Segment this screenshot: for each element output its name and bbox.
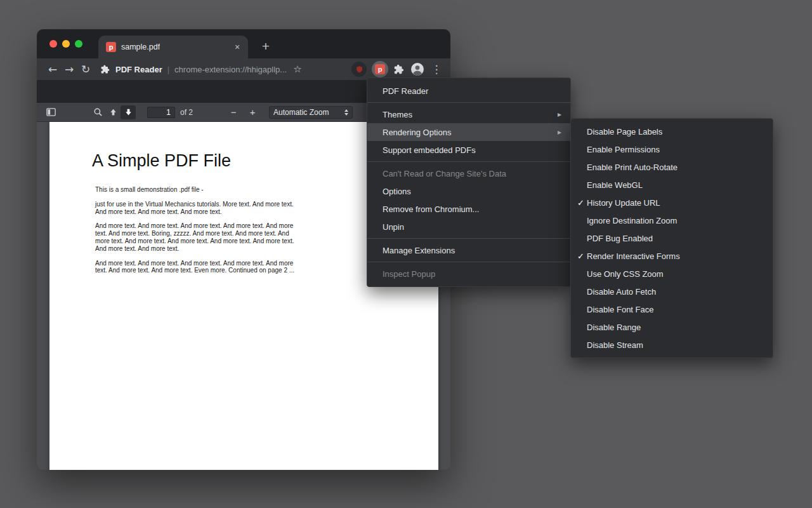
pdf-reader-badge-icon: p	[375, 64, 385, 74]
search-icon[interactable]	[90, 105, 105, 119]
sidebar-toggle-icon[interactable]	[43, 105, 58, 119]
submenu-item-history-update-url[interactable]: ✓ History Update URL	[571, 194, 773, 211]
tab-title: sample.pdf	[121, 43, 160, 51]
menu-item-themes[interactable]: Themes ▸	[367, 105, 570, 123]
menu-item-remove-from-chromium[interactable]: Remove from Chromium...	[367, 200, 570, 218]
address-url: chrome-extension://hhigapllp...	[174, 65, 287, 74]
submenu-item-disable-page-labels[interactable]: Disable Page Labels	[571, 123, 773, 140]
close-window-button[interactable]	[49, 40, 57, 48]
menu-header-pdf-reader: PDF Reader	[367, 82, 570, 100]
reload-button[interactable]: ↻	[77, 61, 94, 77]
menu-separator	[367, 161, 570, 162]
submenu-arrow-icon: ▸	[558, 128, 561, 137]
submenu-item-pdf-bug-enabled[interactable]: PDF Bug Enabled	[571, 229, 773, 247]
bookmark-star-icon[interactable]: ☆	[293, 64, 301, 75]
back-button[interactable]: ←	[44, 61, 61, 77]
extensions-puzzle-button[interactable]	[393, 64, 405, 75]
submenu-item-ignore-destination-zoom[interactable]: Ignore Destination Zoom	[571, 211, 773, 229]
submenu-item-disable-range[interactable]: Disable Range	[571, 318, 773, 336]
zoom-out-icon[interactable]: −	[226, 105, 241, 119]
menu-separator	[367, 238, 570, 239]
extension-puzzle-icon	[100, 64, 110, 74]
address-separator: |	[167, 65, 169, 74]
rendering-options-submenu: Disable Page Labels Enable Permissions E…	[570, 118, 773, 358]
submenu-arrow-icon: ▸	[558, 110, 561, 119]
extension-context-menu: PDF Reader Themes ▸ Rendering Options ▸ …	[367, 77, 571, 287]
minimize-window-button[interactable]	[62, 40, 70, 48]
zoom-in-icon[interactable]: +	[245, 105, 260, 119]
browser-toolbar: ← → ↻ PDF Reader | chrome-extension://hh…	[37, 58, 450, 80]
tab-sample-pdf[interactable]: p sample.pdf ×	[98, 36, 248, 58]
menu-item-site-data: Can't Read or Change Site's Data	[367, 164, 570, 182]
check-icon: ✓	[577, 198, 587, 208]
profile-avatar[interactable]	[410, 62, 425, 77]
previous-page-icon[interactable]	[105, 105, 121, 119]
pdf-reader-extension-icon[interactable]: p	[372, 61, 388, 77]
new-tab-button[interactable]: +	[258, 38, 274, 55]
menu-item-support-embedded-pdfs[interactable]: Support embedded PDFs	[367, 141, 570, 159]
submenu-item-disable-font-face[interactable]: Disable Font Face	[571, 300, 773, 318]
forward-button[interactable]: →	[61, 61, 77, 77]
extension-icons-area: p ⋮	[351, 61, 443, 77]
pdf-paragraph: just for use in the Virtual Mechanics tu…	[95, 201, 299, 216]
menu-item-inspect-popup: Inspect Popup	[367, 265, 570, 283]
submenu-item-render-interactive-forms[interactable]: ✓ Render Interactive Forms	[571, 247, 773, 265]
submenu-item-use-only-css-zoom[interactable]: Use Only CSS Zoom	[571, 265, 773, 283]
submenu-item-enable-permissions[interactable]: Enable Permissions	[571, 140, 773, 158]
menu-item-manage-extensions[interactable]: Manage Extensions	[367, 241, 570, 259]
browser-menu-icon[interactable]: ⋮	[430, 63, 443, 76]
menu-separator	[367, 262, 570, 262]
menu-item-unpin[interactable]: Unpin	[367, 218, 570, 236]
submenu-item-disable-auto-fetch[interactable]: Disable Auto Fetch	[571, 283, 773, 300]
tab-close-icon[interactable]: ×	[232, 41, 243, 53]
check-icon: ✓	[577, 251, 587, 261]
page-count-label: of 2	[180, 108, 193, 117]
pdf-body-text: This is a small demonstration .pdf file …	[95, 186, 299, 274]
traffic-lights	[49, 40, 82, 48]
zoom-select-label: Automatic Zoom	[273, 108, 329, 117]
pdf-paragraph: And more text. And more text. And more t…	[95, 260, 299, 275]
menu-item-rendering-options[interactable]: Rendering Options ▸	[367, 123, 570, 141]
page-number-input[interactable]	[147, 107, 175, 118]
pdf-favicon-icon: p	[106, 42, 116, 52]
submenu-item-enable-print-auto-rotate[interactable]: Enable Print Auto-Rotate	[571, 158, 773, 176]
menu-separator	[367, 102, 570, 103]
pdf-paragraph: And more text. And more text. And more t…	[95, 222, 299, 252]
address-bar[interactable]: PDF Reader | chrome-extension://hhigapll…	[100, 64, 302, 75]
submenu-item-enable-webgl[interactable]: Enable WebGL	[571, 176, 773, 194]
next-page-icon[interactable]	[121, 105, 136, 119]
extension-name-label: PDF Reader	[115, 65, 162, 74]
desktop: p sample.pdf × + ← → ↻ PDF Reader | chro…	[0, 0, 812, 508]
menu-item-options[interactable]: Options	[367, 182, 570, 200]
maximize-window-button[interactable]	[75, 40, 82, 48]
select-arrows-icon	[344, 109, 348, 116]
pdf-paragraph: This is a small demonstration .pdf file …	[95, 186, 299, 194]
submenu-item-disable-stream[interactable]: Disable Stream	[571, 336, 773, 354]
zoom-select[interactable]: Automatic Zoom	[269, 106, 353, 119]
ublock-extension-icon[interactable]	[351, 62, 367, 77]
tab-strip: p sample.pdf × +	[37, 29, 450, 58]
